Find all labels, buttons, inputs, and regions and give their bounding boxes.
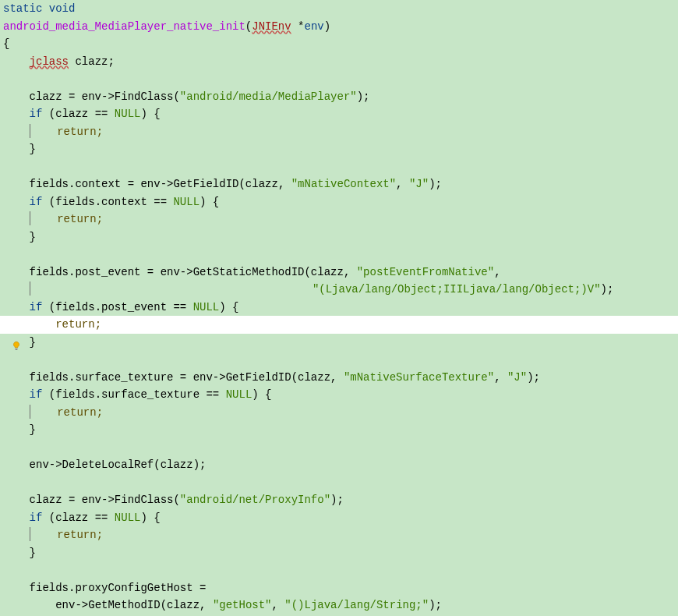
code-line-current: return; bbox=[0, 316, 678, 334]
code-editor[interactable]: static void android_media_MediaPlayer_na… bbox=[0, 0, 678, 614]
code-line-blank bbox=[0, 474, 678, 492]
code-line-blank bbox=[0, 246, 678, 264]
code-line: return; bbox=[0, 526, 678, 544]
code-line: } bbox=[0, 421, 678, 439]
function-name: android_media_MediaPlayer_native_init bbox=[3, 20, 245, 33]
code-line: return; bbox=[0, 211, 678, 228]
code-line: clazz = env->FindClass("android/net/Prox… bbox=[0, 491, 678, 509]
code-line: fields.proxyConfigGetHost = bbox=[0, 579, 678, 597]
code-line: if (fields.context == NULL) { bbox=[0, 193, 678, 211]
svg-rect-0 bbox=[15, 349, 18, 349]
code-line: if (clazz == NULL) { bbox=[0, 509, 678, 527]
code-line-blank bbox=[0, 561, 678, 579]
code-line: fields.post_event = env->GetStaticMethod… bbox=[0, 264, 678, 281]
code-line: return; bbox=[0, 404, 678, 422]
code-line: if (clazz == NULL) { bbox=[0, 105, 678, 123]
code-line: } bbox=[0, 228, 678, 246]
code-line: android_media_MediaPlayer_native_init(JN… bbox=[0, 18, 678, 36]
code-line: return; bbox=[0, 123, 678, 141]
code-line: jclass clazz; bbox=[0, 53, 678, 71]
intention-action-button[interactable] bbox=[11, 340, 22, 351]
lightbulb-icon bbox=[11, 341, 22, 352]
code-line-blank bbox=[0, 158, 678, 176]
code-line: } bbox=[0, 334, 678, 352]
code-line: } bbox=[0, 544, 678, 562]
code-line: { bbox=[0, 35, 678, 53]
code-line-blank bbox=[0, 351, 678, 369]
code-line: "(Ljava/lang/Object;IIILjava/lang/Object… bbox=[0, 281, 678, 299]
code-line-blank bbox=[0, 70, 678, 88]
svg-rect-1 bbox=[16, 349, 18, 350]
code-line: clazz = env->FindClass("android/media/Me… bbox=[0, 88, 678, 106]
code-line: static void bbox=[0, 0, 678, 18]
code-line: fields.surface_texture = env->GetFieldID… bbox=[0, 369, 678, 387]
type-jclass: jclass bbox=[30, 55, 69, 68]
code-line: } bbox=[0, 140, 678, 158]
keyword-static-void: static void bbox=[3, 2, 75, 15]
code-line: env->DeleteLocalRef(clazz); bbox=[0, 456, 678, 474]
code-line-blank bbox=[0, 439, 678, 457]
code-line: if (fields.post_event == NULL) { bbox=[0, 299, 678, 317]
code-line: env->GetMethodID(clazz, "getHost", "()Lj… bbox=[0, 597, 678, 614]
code-line: if (fields.surface_texture == NULL) { bbox=[0, 386, 678, 404]
type-jnienv: JNIEnv bbox=[252, 20, 291, 33]
param-env: env bbox=[305, 20, 324, 33]
code-line: fields.context = env->GetFieldID(clazz, … bbox=[0, 175, 678, 193]
